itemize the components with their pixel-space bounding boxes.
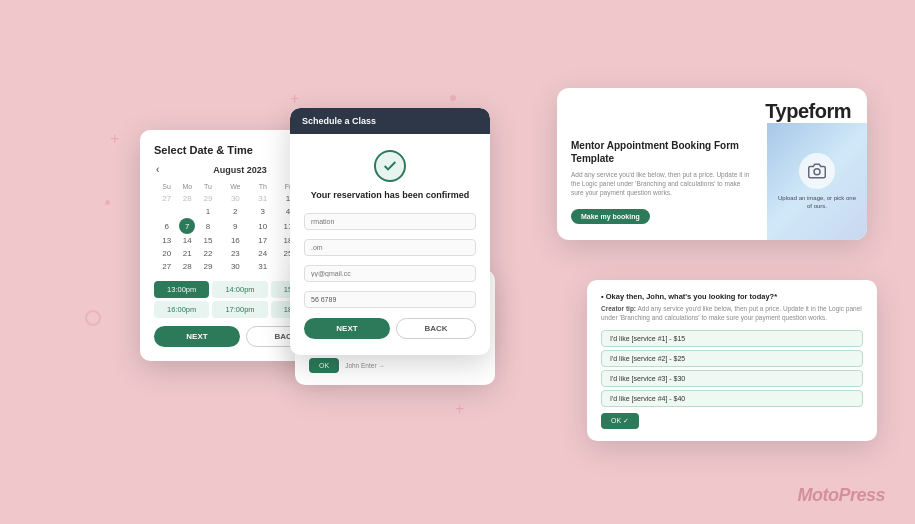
answer-ok-button[interactable]: OK [309, 358, 339, 373]
time-slot-1700[interactable]: 17:00pm [212, 301, 267, 318]
typeform-left-panel: Mentor Appointment Booking Form Template… [557, 123, 767, 240]
form-field-3 [304, 262, 476, 282]
typeform-image-block: Upload an image, or pick one of ours. [767, 123, 867, 240]
calendar-day[interactable]: 22 [195, 247, 220, 260]
time-slot-1600[interactable]: 16:00pm [154, 301, 209, 318]
form-field-1 [304, 210, 476, 230]
calendar-day[interactable]: 29 [195, 260, 220, 273]
answer-ok-row: OK John Enter → [309, 358, 481, 373]
deco-circle-1 [85, 310, 101, 326]
conversation-tip-label: Creator tip: [601, 305, 636, 312]
calendar-day[interactable]: 23 [221, 247, 250, 260]
calendar-day[interactable]: 6 [154, 218, 179, 234]
calendar-day[interactable]: 21 [179, 247, 195, 260]
confirmed-text: Your reservation has been confirmed [304, 190, 476, 200]
form-field-2 [304, 236, 476, 256]
service-option-4[interactable]: I'd like [service #4] - $40 [601, 390, 863, 407]
calendar-day[interactable]: 14 [179, 234, 195, 247]
calendar-day[interactable]: 9 [221, 218, 250, 234]
calendar-month-year: August 2023 [213, 165, 267, 175]
typeform-title: Mentor Appointment Booking Form Template [571, 139, 753, 165]
calendar-day[interactable]: 1 [195, 205, 220, 218]
conversation-question: • Okay then, John, what's you looking fo… [601, 292, 863, 301]
calendar-day[interactable]: 29 [195, 192, 220, 205]
calendar-day[interactable]: 31 [250, 192, 275, 205]
typeform-card: Typeform Mentor Appointment Booking Form… [557, 88, 867, 240]
answer-hint: John Enter → [345, 362, 385, 369]
service-option-2[interactable]: I'd like [service #2] - $25 [601, 350, 863, 367]
calendar-day[interactable]: 3 [250, 205, 275, 218]
calendar-day[interactable]: 30 [221, 260, 250, 273]
service-option-3[interactable]: I'd like [service #3] - $30 [601, 370, 863, 387]
conversation-tip: Creator tip: Add any service you'd like … [601, 304, 863, 322]
datetime-next-button[interactable]: NEXT [154, 326, 240, 347]
calendar-day [179, 205, 195, 218]
deco-dot-2 [105, 200, 110, 205]
schedule-card-header: Schedule a Class [290, 108, 490, 134]
calendar-day[interactable]: 24 [250, 247, 275, 260]
typeform-description: Add any service you'd like below, then p… [571, 170, 753, 197]
form-input-email[interactable] [304, 265, 476, 282]
schedule-card: Schedule a Class Your reservation has be… [290, 108, 490, 355]
calendar-day[interactable]: 20 [154, 247, 179, 260]
typeform-brand: Typeform [557, 88, 867, 123]
confirmed-icon [374, 150, 406, 182]
calendar-day[interactable]: 8 [195, 218, 220, 234]
conversation-ok-button[interactable]: OK ✓ [601, 413, 639, 429]
calendar-day[interactable]: 15 [195, 234, 220, 247]
schedule-button-row: NEXT BACK [304, 318, 476, 339]
calendar-day[interactable]: 28 [179, 192, 195, 205]
service-option-1[interactable]: I'd like [service #1] - $15 [601, 330, 863, 347]
form-input-phone[interactable] [304, 291, 476, 308]
day-header-tu: Tu [195, 181, 220, 192]
upload-text: Upload an image, or pick one of ours. [777, 195, 857, 211]
typeform-cta-button[interactable]: Make my booking [571, 209, 650, 224]
day-header-mo: Mo [179, 181, 195, 192]
conversation-tip-text: Add any service you'd like below, then p… [601, 305, 862, 321]
svg-point-0 [814, 169, 820, 175]
day-header-su: Su [154, 181, 179, 192]
form-field-4 [304, 288, 476, 308]
calendar-day[interactable]: 28 [179, 260, 195, 273]
deco-plus-2: + [290, 90, 299, 108]
deco-plus-3: + [455, 400, 464, 418]
calendar-day[interactable]: 27 [154, 260, 179, 273]
form-input-info[interactable] [304, 213, 476, 230]
time-slot-1400[interactable]: 14:00pm [212, 281, 267, 298]
calendar-prev-button[interactable]: ‹ [154, 164, 161, 175]
calendar-day[interactable]: 31 [250, 260, 275, 273]
calendar-day[interactable]: 17 [250, 234, 275, 247]
motopress-brand: MotoPress [797, 485, 885, 506]
conversation-card: • Okay then, John, what's you looking fo… [587, 280, 877, 441]
day-header-th: Th [250, 181, 275, 192]
upload-icon-circle [799, 153, 835, 189]
form-input-domain[interactable] [304, 239, 476, 256]
day-header-we: We [221, 181, 250, 192]
deco-dot-1 [450, 95, 456, 101]
schedule-next-button[interactable]: NEXT [304, 318, 390, 339]
calendar-day[interactable]: 16 [221, 234, 250, 247]
calendar-day[interactable]: 13 [154, 234, 179, 247]
calendar-day [154, 205, 179, 218]
time-slot-1300[interactable]: 13:00pm [154, 281, 209, 298]
calendar-day[interactable]: 30 [221, 192, 250, 205]
schedule-back-button[interactable]: BACK [396, 318, 476, 339]
calendar-day[interactable]: 2 [221, 205, 250, 218]
calendar-day[interactable]: 27 [154, 192, 179, 205]
calendar-day[interactable]: 10 [250, 218, 275, 234]
calendar-day[interactable]: 7 [179, 218, 195, 234]
deco-plus-1: + [110, 130, 119, 148]
schedule-card-body: Your reservation has been confirmed NEXT… [290, 134, 490, 355]
